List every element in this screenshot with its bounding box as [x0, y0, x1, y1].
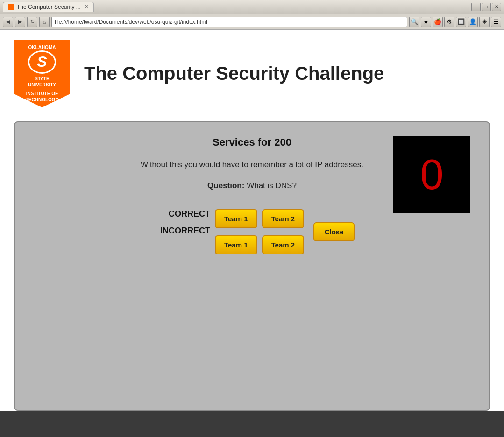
logo-institute: INSTITUTE OFTECHNOLOGY	[26, 91, 59, 103]
page-content: OKLAHOMA S STATEUNIVERSITY INSTITUTE OFT…	[0, 30, 504, 411]
logo-circle: S	[28, 50, 56, 74]
addon-icon1[interactable]: 🍎	[433, 17, 443, 27]
incorrect-team1-button[interactable]: Team 1	[215, 235, 257, 254]
home-button[interactable]: ⌂	[39, 17, 50, 27]
browser-chrome: The Computer Security ... ✕ − □ ✕ ◀ ▶ ↻ …	[0, 0, 504, 30]
reload-button[interactable]: ↻	[27, 17, 37, 27]
page-header: OKLAHOMA S STATEUNIVERSITY INSTITUTE OFT…	[0, 30, 504, 117]
maximize-button[interactable]: □	[482, 3, 491, 11]
buttons-grid: Team 1 Team 2 Team 1 Team 2	[215, 209, 304, 254]
tab-close-icon[interactable]: ✕	[85, 4, 89, 10]
main-panel: 0 Services for 200 Without this you woul…	[14, 121, 490, 411]
search-icon[interactable]: 🔍	[409, 17, 419, 27]
correct-row: Team 1 Team 2	[215, 209, 304, 228]
addon-icon2[interactable]: ✳	[479, 17, 490, 27]
tab-title: The Computer Security ...	[17, 4, 81, 10]
logo-oklahoma: OKLAHOMA	[28, 44, 56, 50]
question-answer: What is DNS?	[247, 181, 297, 190]
correct-team2-button[interactable]: Team 2	[262, 209, 305, 228]
correct-label: CORRECT	[149, 209, 210, 219]
score-value: 0	[420, 151, 443, 199]
nav-bar: ◀ ▶ ↻ ⌂ 🔍 ★ 🍎 ⚙ 🔲 👤 ✳ ☰	[0, 14, 504, 30]
score-display: 0	[393, 136, 470, 213]
question-label: Question:	[207, 181, 244, 190]
logo-state: STATEUNIVERSITY	[28, 76, 56, 88]
incorrect-label: INCORRECT	[149, 226, 210, 236]
browser-icon[interactable]: 🔲	[456, 17, 466, 27]
osu-logo: OKLAHOMA S STATEUNIVERSITY INSTITUTE OFT…	[14, 40, 70, 107]
tab-favicon	[8, 4, 14, 10]
title-bar: The Computer Security ... ✕ − □ ✕	[0, 0, 504, 14]
address-bar[interactable]	[51, 17, 407, 27]
close-button[interactable]: Close	[313, 222, 355, 241]
answers-grid: CORRECT INCORRECT Team 1 Team 2 Team 1 T…	[34, 209, 470, 254]
settings-icon[interactable]: ⚙	[444, 17, 454, 27]
page-title: The Computer Security Challenge	[84, 63, 384, 84]
user-icon[interactable]: 👤	[468, 17, 478, 27]
bookmark-icon[interactable]: ★	[421, 17, 431, 27]
back-button[interactable]: ◀	[3, 17, 13, 27]
close-window-button[interactable]: ✕	[492, 3, 501, 11]
minimize-button[interactable]: −	[471, 3, 481, 11]
browser-tab[interactable]: The Computer Security ... ✕	[3, 2, 94, 12]
menu-icon[interactable]: ☰	[491, 17, 501, 27]
incorrect-team2-button[interactable]: Team 2	[262, 235, 305, 254]
incorrect-row: Team 1 Team 2	[215, 235, 304, 254]
logo-s-letter: S	[37, 53, 47, 70]
forward-button[interactable]: ▶	[15, 17, 25, 27]
labels-column: CORRECT INCORRECT	[149, 209, 210, 236]
toolbar-icons: 🔍 ★ 🍎 ⚙ 🔲 👤 ✳ ☰	[409, 17, 501, 27]
window-controls: − □ ✕	[471, 3, 501, 11]
correct-team1-button[interactable]: Team 1	[215, 209, 257, 228]
